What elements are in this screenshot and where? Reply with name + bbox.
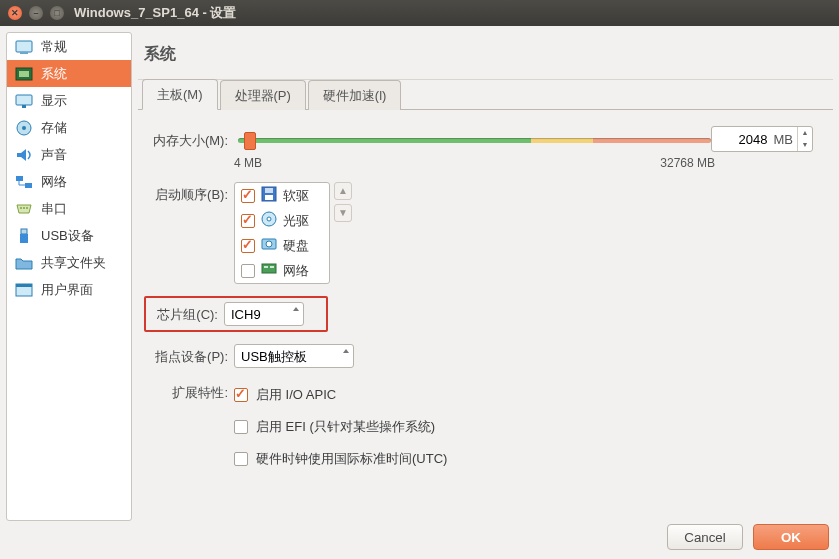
window-close-icon[interactable]: ✕ [8, 6, 22, 20]
optical-icon [261, 211, 277, 230]
boot-floppy-checkbox[interactable] [241, 189, 255, 203]
sidebar-item-display[interactable]: 显示 [7, 87, 131, 114]
sidebar-item-general[interactable]: 常规 [7, 33, 131, 60]
svg-rect-5 [22, 105, 26, 108]
boot-order-list[interactable]: 软驱 光驱 硬盘 [234, 182, 330, 284]
settings-sidebar: 常规 系统 显示 存储 声音 网络 串口 USB设备 [6, 32, 132, 521]
display-icon [15, 93, 33, 109]
boot-item-label: 光驱 [283, 212, 309, 230]
chipset-highlight: 芯片组(C): ICH9 [144, 296, 328, 332]
memory-label: 内存大小(M): [148, 128, 234, 150]
tab-motherboard[interactable]: 主板(M) [142, 79, 218, 110]
boot-network-checkbox[interactable] [241, 264, 255, 278]
tab-processor[interactable]: 处理器(P) [220, 80, 306, 110]
boot-item-network[interactable]: 网络 [235, 258, 329, 283]
efi-label: 启用 EFI (只针对某些操作系统) [256, 418, 435, 436]
svg-rect-26 [262, 264, 276, 273]
sidebar-item-shared-folders[interactable]: 共享文件夹 [7, 249, 131, 276]
harddisk-icon [261, 236, 277, 255]
floppy-icon [261, 186, 277, 205]
tab-acceleration[interactable]: 硬件加速(l) [308, 80, 402, 110]
page-title: 系统 [138, 32, 833, 79]
memory-step-down-icon[interactable]: ▼ [798, 139, 812, 151]
boot-item-floppy[interactable]: 软驱 [235, 183, 329, 208]
boot-item-label: 网络 [283, 262, 309, 280]
svg-rect-3 [19, 71, 29, 77]
extended-label: 扩展特性: [148, 380, 234, 402]
memory-input[interactable] [712, 130, 772, 149]
svg-rect-21 [265, 195, 273, 200]
storage-icon [15, 120, 33, 136]
memory-slider-thumb[interactable] [244, 132, 256, 150]
sidebar-item-label: 共享文件夹 [41, 254, 106, 272]
svg-point-14 [26, 207, 28, 209]
interface-icon [15, 282, 33, 298]
boot-optical-checkbox[interactable] [241, 214, 255, 228]
memory-max-label: 32768 MB [660, 156, 715, 170]
boot-item-label: 软驱 [283, 187, 309, 205]
sidebar-item-label: 常规 [41, 38, 67, 56]
svg-rect-27 [264, 266, 268, 268]
sidebar-item-network[interactable]: 网络 [7, 168, 131, 195]
pointing-select[interactable]: USB触控板 [234, 344, 354, 368]
svg-rect-10 [25, 183, 32, 188]
memory-min-label: 4 MB [234, 156, 262, 170]
sidebar-item-serial[interactable]: 串口 [7, 195, 131, 222]
boot-item-label: 硬盘 [283, 237, 309, 255]
sidebar-item-audio[interactable]: 声音 [7, 141, 131, 168]
ioapic-label: 启用 I/O APIC [256, 386, 336, 404]
svg-rect-4 [16, 95, 32, 105]
efi-checkbox[interactable] [234, 420, 248, 434]
memory-step-up-icon[interactable]: ▲ [798, 127, 812, 139]
boot-move-down-button[interactable]: ▼ [334, 204, 352, 222]
sidebar-item-label: 系统 [41, 65, 67, 83]
sidebar-item-usb[interactable]: USB设备 [7, 222, 131, 249]
sidebar-item-storage[interactable]: 存储 [7, 114, 131, 141]
svg-rect-16 [20, 234, 28, 243]
memory-spinbox[interactable]: MB ▲ ▼ [711, 126, 814, 152]
general-icon [15, 39, 33, 55]
utc-label: 硬件时钟使用国际标准时间(UTC) [256, 450, 447, 468]
tabs: 主板(M) 处理器(P) 硬件加速(l) [138, 80, 833, 110]
audio-icon [15, 147, 33, 163]
sidebar-item-label: 用户界面 [41, 281, 93, 299]
pointing-label: 指点设备(P): [148, 344, 234, 366]
svg-point-13 [23, 207, 25, 209]
cancel-button[interactable]: Cancel [667, 524, 743, 550]
network-icon [15, 174, 33, 190]
shared-folder-icon [15, 255, 33, 271]
window-maximize-icon[interactable]: □ [50, 6, 64, 20]
svg-point-7 [22, 126, 26, 130]
ok-button[interactable]: OK [753, 524, 829, 550]
sidebar-item-label: USB设备 [41, 227, 94, 245]
usb-icon [15, 228, 33, 244]
utc-checkbox[interactable] [234, 452, 248, 466]
window-minimize-icon[interactable]: – [29, 6, 43, 20]
svg-rect-1 [20, 52, 28, 54]
memory-unit: MB [772, 132, 798, 147]
sidebar-item-interface[interactable]: 用户界面 [7, 276, 131, 303]
svg-rect-18 [16, 284, 32, 287]
boot-item-optical[interactable]: 光驱 [235, 208, 329, 233]
boot-move-up-button[interactable]: ▲ [334, 182, 352, 200]
window-title: Windows_7_SP1_64 - 设置 [74, 4, 236, 22]
svg-rect-28 [270, 266, 274, 268]
svg-rect-20 [265, 188, 273, 193]
sidebar-item-label: 网络 [41, 173, 67, 191]
system-icon [15, 66, 33, 82]
svg-rect-15 [21, 229, 27, 234]
serial-icon [15, 201, 33, 217]
tab-body-motherboard: 内存大小(M): 4 MB 32768 MB MB [138, 110, 833, 496]
settings-main: 系统 主板(M) 处理器(P) 硬件加速(l) 内存大小(M): 4 MB 32… [138, 32, 833, 521]
memory-slider[interactable]: 4 MB 32768 MB [234, 132, 715, 170]
chipset-label: 芯片组(C): [152, 304, 224, 324]
boot-harddisk-checkbox[interactable] [241, 239, 255, 253]
ioapic-checkbox[interactable] [234, 388, 248, 402]
svg-rect-9 [16, 176, 23, 181]
chipset-select[interactable]: ICH9 [224, 302, 304, 326]
network-boot-icon [261, 261, 277, 280]
svg-point-12 [20, 207, 22, 209]
svg-marker-8 [17, 149, 26, 161]
boot-item-harddisk[interactable]: 硬盘 [235, 233, 329, 258]
sidebar-item-system[interactable]: 系统 [7, 60, 131, 87]
